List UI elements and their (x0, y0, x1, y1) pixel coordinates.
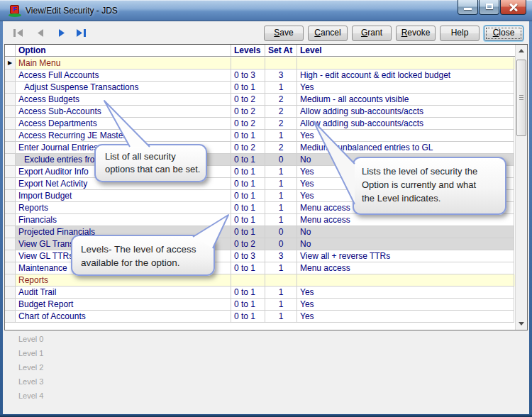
row-indicator-arrow-icon[interactable]: ▶ (5, 57, 16, 70)
levels-cell[interactable]: 0 to 1 (231, 287, 265, 299)
level-cell[interactable]: View all + reverse TTRs (297, 250, 514, 262)
level-cell[interactable]: Medium - all accounts visible (297, 94, 514, 106)
titlebar[interactable]: View/Edit Security - JDS (0, 0, 532, 21)
scrollbar-down-button[interactable] (516, 318, 527, 330)
levels-cell[interactable]: 0 to 1 (231, 178, 265, 190)
levels-cell[interactable]: 0 to 1 (231, 130, 265, 142)
option-cell[interactable]: Access Recurring JE Masters (16, 130, 231, 142)
set-at-cell[interactable]: 2 (265, 94, 297, 106)
first-record-button[interactable] (13, 28, 24, 38)
previous-record-button[interactable] (35, 28, 46, 38)
close-window-button[interactable] (500, 0, 526, 15)
levels-cell[interactable]: 0 to 1 (231, 166, 265, 178)
row-selector-cell[interactable] (5, 154, 16, 166)
option-cell[interactable]: Access Departments (16, 118, 231, 130)
grid-row[interactable]: Reports (5, 274, 515, 287)
grid-row[interactable]: Financials0 to 11Menu access (5, 214, 515, 226)
set-at-cell[interactable]: 0 (265, 226, 297, 238)
set-at-cell[interactable]: 3 (265, 70, 297, 82)
set-at-cell[interactable]: 1 (265, 299, 297, 311)
levels-cell[interactable]: 0 to 1 (231, 299, 265, 311)
levels-cell[interactable] (231, 57, 265, 70)
set-at-cell[interactable]: 1 (265, 214, 297, 226)
set-at-cell[interactable]: 2 (265, 106, 297, 118)
close-button[interactable]: Close (484, 26, 523, 41)
row-selector-cell[interactable] (5, 250, 16, 262)
save-button[interactable]: Save (264, 26, 304, 41)
option-cell[interactable]: Adjust Suspense Transactions (16, 82, 231, 94)
level-cell[interactable]: Yes (297, 82, 514, 94)
row-selector-cell[interactable] (5, 214, 16, 226)
set-at-cell[interactable]: 3 (265, 250, 297, 262)
row-selector-cell[interactable] (5, 70, 16, 82)
row-selector-cell[interactable] (5, 287, 16, 299)
row-selector-cell[interactable] (5, 142, 16, 154)
option-cell[interactable]: Main Menu (16, 57, 231, 70)
level-cell[interactable]: High - edit account & edit locked budget (297, 70, 514, 82)
grant-button[interactable]: Grant (352, 26, 392, 41)
levels-cell[interactable]: 0 to 2 (231, 106, 265, 118)
set-at-cell[interactable]: 1 (265, 130, 297, 142)
levels-cell[interactable]: 0 to 1 (231, 190, 265, 202)
levels-cell[interactable]: 0 to 2 (231, 142, 265, 154)
option-cell[interactable]: Budget Report (16, 299, 231, 311)
option-cell[interactable]: Reports (16, 202, 231, 214)
levels-cell[interactable]: 0 to 2 (231, 94, 265, 106)
option-cell[interactable]: Audit Trail (16, 287, 231, 299)
level-cell[interactable]: Allow adding sub-accounts/accts (297, 106, 514, 118)
scrollbar-thumb[interactable] (516, 60, 526, 136)
grid-row[interactable]: Chart of Accounts0 to 11Yes (5, 311, 515, 323)
option-cell[interactable]: Reports (16, 274, 231, 287)
levels-cell[interactable]: 0 to 1 (231, 82, 265, 94)
levels-cell[interactable]: 0 to 2 (231, 118, 265, 130)
minimize-button[interactable] (458, 0, 478, 15)
grid-row[interactable]: Access Full Accounts0 to 33High - edit a… (5, 70, 515, 82)
row-selector-cell[interactable] (5, 178, 16, 190)
row-selector-cell[interactable] (5, 311, 16, 323)
row-selector-cell[interactable] (5, 238, 16, 250)
levels-cell[interactable]: 0 to 3 (231, 250, 265, 262)
levels-cell[interactable]: 0 to 1 (231, 226, 265, 238)
maximize-button[interactable] (479, 0, 499, 15)
option-cell[interactable]: Financials (16, 214, 231, 226)
option-cell[interactable]: Access Sub-Accounts (16, 106, 231, 118)
set-at-cell[interactable]: 2 (265, 118, 297, 130)
level-cell[interactable]: Menu access (297, 214, 514, 226)
scrollbar-up-button[interactable] (516, 45, 527, 57)
set-at-cell[interactable]: 1 (265, 166, 297, 178)
set-at-cell[interactable]: 1 (265, 287, 297, 299)
row-selector-cell[interactable] (5, 190, 16, 202)
levels-cell[interactable]: 0 to 3 (231, 70, 265, 82)
level-cell[interactable] (297, 57, 514, 70)
row-selector-cell[interactable] (5, 94, 16, 106)
grid-row[interactable]: Adjust Suspense Transactions0 to 11Yes (5, 82, 515, 94)
set-at-cell[interactable]: 0 (265, 154, 297, 166)
option-cell[interactable]: Import Budget (16, 190, 231, 202)
level-cell[interactable]: No (297, 226, 514, 238)
help-button[interactable]: Help (440, 26, 480, 41)
levels-cell[interactable] (231, 274, 265, 287)
levels-cell[interactable]: 0 to 1 (231, 311, 265, 323)
row-selector-cell[interactable] (5, 262, 16, 274)
cancel-button[interactable]: Cancel (308, 26, 348, 41)
set-at-cell[interactable]: 2 (265, 142, 297, 154)
level-cell[interactable]: Yes (297, 130, 514, 142)
option-cell[interactable]: Chart of Accounts (16, 311, 231, 323)
row-selector-cell[interactable] (5, 82, 16, 94)
grid-row[interactable]: ▶Main Menu (5, 57, 515, 70)
row-selector-cell[interactable] (5, 106, 16, 118)
level-cell[interactable]: Yes (297, 311, 514, 323)
row-selector-cell[interactable] (5, 166, 16, 178)
option-cell[interactable]: Access Full Accounts (16, 70, 231, 82)
levels-cell[interactable]: 0 to 1 (231, 214, 265, 226)
level-cell[interactable]: Medium - unbalanced entries to GL (297, 142, 514, 154)
grid-row[interactable]: Enter Journal Entries0 to 22Medium - unb… (5, 142, 515, 154)
grid-vertical-scrollbar[interactable] (515, 45, 527, 330)
set-at-cell[interactable]: 0 (265, 238, 297, 250)
levels-cell[interactable]: 0 to 1 (231, 262, 265, 274)
row-selector-cell[interactable] (5, 299, 16, 311)
set-at-cell[interactable]: 1 (265, 190, 297, 202)
levels-cell[interactable]: 0 to 2 (231, 238, 265, 250)
level-cell[interactable]: Yes (297, 299, 514, 311)
set-at-cell[interactable]: 1 (265, 82, 297, 94)
